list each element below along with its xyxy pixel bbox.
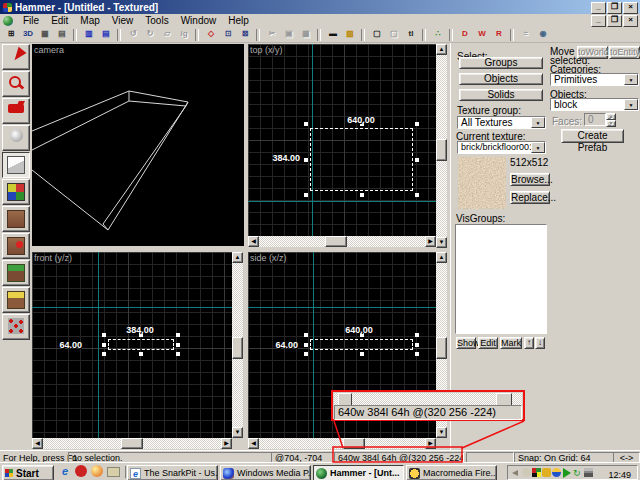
scroll-up-icon[interactable]: ▲ — [436, 44, 447, 55]
visgroup-show-button[interactable]: Show — [456, 337, 476, 349]
chevron-down-icon[interactable]: ▼ — [624, 74, 638, 85]
shield-icon[interactable] — [542, 468, 551, 477]
categories-select[interactable]: Primitives ▼ — [550, 73, 639, 86]
media-play-icon[interactable] — [562, 468, 572, 478]
camera-tool[interactable] — [2, 98, 30, 124]
restore-button[interactable]: ❐ — [607, 2, 622, 14]
selection-handle[interactable] — [360, 352, 364, 356]
selection-handle[interactable] — [102, 333, 106, 337]
selection-handle[interactable] — [176, 333, 180, 337]
volume-icon[interactable] — [511, 468, 521, 478]
hide-selected-icon[interactable]: ▬ — [325, 27, 341, 42]
selection-handle[interactable] — [304, 122, 308, 126]
menu-file[interactable]: File — [17, 14, 45, 27]
scroll-down-icon[interactable]: ▼ — [436, 237, 447, 248]
task-windows-media-player[interactable]: Windows Media P... — [220, 465, 311, 480]
texture-application-tool[interactable] — [2, 179, 30, 205]
scroll-left-icon[interactable]: ◀ — [248, 438, 259, 449]
group-icon[interactable]: ⊡ — [220, 27, 236, 42]
visgroup-mark-button[interactable]: Mark — [500, 337, 522, 349]
selection-box[interactable] — [108, 339, 174, 350]
vscroll-thumb[interactable] — [436, 139, 447, 161]
selection-handle[interactable] — [415, 193, 419, 197]
selection-handle[interactable] — [176, 343, 180, 347]
visgroup-edit-button[interactable]: Edit — [478, 337, 498, 349]
smooth-icon[interactable]: ≈ — [518, 27, 534, 42]
selection-handle[interactable] — [304, 193, 308, 197]
messenger-icon[interactable] — [552, 468, 561, 477]
entity-tool[interactable] — [2, 125, 30, 151]
scroll-left-icon[interactable]: ◀ — [248, 236, 259, 247]
select-groups-button[interactable]: Groups — [459, 57, 543, 69]
paste-icon[interactable]: ▦ — [298, 27, 314, 42]
display-mode-w-icon[interactable]: W — [474, 27, 490, 42]
apply-current-texture-tool[interactable] — [2, 206, 30, 232]
vscroll-thumb[interactable] — [232, 337, 243, 359]
scroll-up-icon[interactable]: ▲ — [436, 252, 447, 263]
sync-icon[interactable]: ↻ — [573, 468, 583, 478]
copy-icon[interactable]: ▣ — [281, 27, 297, 42]
selection-tool[interactable] — [2, 44, 30, 70]
scroll-down-icon[interactable]: ▼ — [232, 427, 243, 438]
selection-handle[interactable] — [415, 333, 419, 337]
current-texture-select[interactable]: brick/brickfloor001a ▼ — [457, 141, 546, 154]
create-prefab-button[interactable]: Create Prefab — [561, 129, 624, 143]
selection-box[interactable] — [310, 339, 413, 350]
redo-icon[interactable]: ↻ — [142, 27, 158, 42]
clipping-tool[interactable] — [2, 260, 30, 286]
selection-handle[interactable] — [139, 352, 143, 356]
toggle-grid-icon[interactable]: ⊞ — [3, 27, 19, 42]
chevron-down-icon[interactable]: ▼ — [531, 117, 545, 128]
selection-handle[interactable] — [415, 343, 419, 347]
toggle-select-box-icon[interactable]: ▢ — [369, 27, 385, 42]
map-document-icon[interactable] — [3, 16, 13, 26]
chevron-down-icon[interactable]: ▼ — [624, 99, 638, 110]
toggle-3d-grid-icon[interactable]: 3D — [20, 27, 36, 42]
browser-ball-quicklaunch-icon[interactable] — [91, 465, 103, 477]
arrow-up-icon[interactable]: ↑ — [524, 337, 534, 349]
larger-grid-icon[interactable]: ▤ — [54, 27, 70, 42]
path-tool[interactable] — [2, 314, 30, 340]
selection-handle[interactable] — [415, 158, 419, 162]
chevron-down-icon[interactable]: ▼ — [531, 142, 545, 153]
close-button[interactable]: × — [623, 2, 638, 14]
mdi-restore-button[interactable]: ❐ — [607, 15, 622, 27]
vscroll-thumb[interactable] — [436, 337, 447, 359]
selection-handle[interactable] — [415, 122, 419, 126]
task-snarkpit[interactable]: eThe SnarkPit - Us... — [127, 465, 218, 480]
camera-viewport[interactable]: camera — [32, 44, 244, 246]
load-window-state-icon[interactable]: ▥ — [81, 27, 97, 42]
display-mode-r-icon[interactable]: R — [491, 27, 507, 42]
vertex-tool[interactable] — [2, 287, 30, 313]
tray-dot-icon[interactable] — [522, 468, 531, 477]
menu-edit[interactable]: Edit — [45, 14, 74, 27]
carve-icon[interactable]: ◇ — [203, 27, 219, 42]
texture-lock-icon[interactable]: tl — [403, 27, 419, 42]
selection-handle[interactable] — [360, 193, 364, 197]
objects-select[interactable]: block ▼ — [550, 98, 639, 111]
menu-window[interactable]: Window — [175, 14, 223, 27]
start-button[interactable]: Start — [2, 465, 54, 480]
front-viewport-hscrollbar[interactable]: ◀ ▶ — [32, 438, 232, 449]
selection-handle[interactable] — [102, 343, 106, 347]
magnify-selection-icon[interactable]: ▢ — [386, 27, 402, 42]
selection-handle[interactable] — [415, 352, 419, 356]
menu-help[interactable]: Help — [222, 14, 255, 27]
select-solids-button[interactable]: Solids — [459, 89, 543, 101]
hscroll-thumb[interactable] — [121, 438, 143, 449]
front-viewport[interactable]: front (y/z) 384.00 64.00 — [32, 252, 232, 438]
to-world-button[interactable]: toWorld — [577, 46, 608, 59]
menu-view[interactable]: View — [106, 14, 140, 27]
select-mode-icon[interactable]: ∴ — [430, 27, 446, 42]
scroll-down-icon[interactable]: ▼ — [436, 427, 447, 438]
selection-handle[interactable] — [304, 158, 308, 162]
side-viewport-hscrollbar[interactable]: ◀ ▶ — [248, 438, 436, 449]
selection-handle[interactable] — [176, 352, 180, 356]
sphere-icon[interactable]: ◉ — [535, 27, 551, 42]
scroll-right-icon[interactable]: ▶ — [425, 236, 436, 247]
to-entity-button[interactable]: toEntity — [609, 46, 640, 59]
task-macromedia-fireworks[interactable]: Macromedia Fire... — [406, 465, 497, 480]
selection-handle[interactable] — [304, 352, 308, 356]
arrow-down-icon[interactable]: ↓ — [535, 337, 545, 349]
selection-handle[interactable] — [102, 352, 106, 356]
